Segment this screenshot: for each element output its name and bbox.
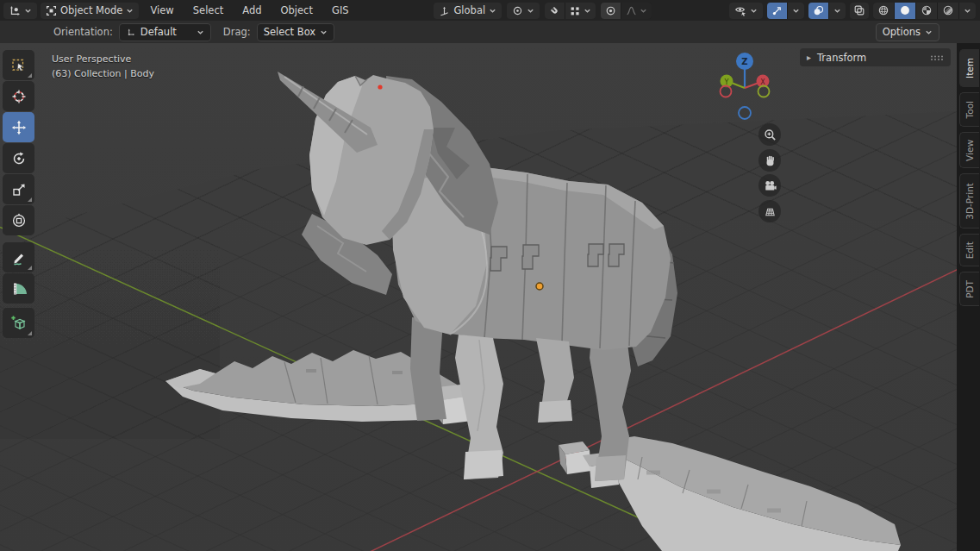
shading-settings-dropdown[interactable] — [959, 3, 976, 19]
move-icon — [11, 120, 27, 135]
tool-annotate[interactable] — [3, 242, 34, 272]
shading-wireframe-button[interactable] — [873, 3, 894, 19]
perspective-grid-icon — [764, 205, 777, 218]
tab-tool[interactable]: Tool — [959, 92, 979, 127]
overlays-icon — [813, 5, 824, 16]
menu-select[interactable]: Select — [185, 0, 231, 21]
gizmo-minus-y-axis[interactable] — [758, 86, 770, 97]
drag-grip-icon[interactable] — [930, 54, 944, 61]
pivot-point-icon — [512, 5, 523, 16]
chevron-down-icon — [792, 7, 800, 15]
falloff-curve-icon — [626, 5, 637, 16]
orientation-axes-icon — [439, 5, 450, 16]
orientation-dropdown[interactable]: Default — [119, 23, 211, 41]
model-eye — [378, 85, 382, 89]
chevron-down-icon — [24, 7, 32, 15]
tab-pdt[interactable]: PDT — [959, 272, 979, 306]
xray-icon — [853, 4, 865, 16]
transform-orientation-dropdown[interactable]: Global — [434, 3, 502, 19]
tool-rotate[interactable] — [3, 143, 34, 173]
overlays-settings-dropdown[interactable] — [829, 3, 846, 19]
gizmo-y-label: Y — [724, 78, 729, 86]
mode-dropdown[interactable]: Object Mode — [41, 3, 139, 19]
ortho-toggle-button[interactable] — [758, 200, 781, 222]
drag-dropdown-value: Select Box — [264, 26, 316, 38]
snap-increment-icon — [570, 5, 581, 16]
shading-solid-button[interactable] — [895, 3, 915, 19]
expand-chevron-icon: ▸ — [807, 53, 811, 62]
drag-dropdown[interactable]: Select Box — [257, 23, 335, 41]
proportional-editing-toggle[interactable] — [601, 3, 621, 19]
cursor-orientation-icon — [126, 27, 136, 37]
rendered-sphere-icon — [942, 4, 954, 16]
show-overlays-toggle[interactable] — [808, 3, 828, 19]
tool-cursor[interactable] — [3, 81, 34, 111]
tool-transform[interactable] — [3, 205, 34, 235]
menu-add[interactable]: Add — [234, 0, 269, 21]
tool-measure[interactable] — [3, 273, 34, 304]
blender-window: Object Mode View Select Add Object GIS G… — [0, 0, 980, 551]
rotate-icon — [11, 151, 27, 166]
chevron-down-icon — [489, 7, 496, 15]
tab-view[interactable]: View — [959, 132, 979, 168]
tool-select-box[interactable] — [3, 50, 34, 80]
chevron-down-icon — [750, 7, 758, 15]
menu-gis[interactable]: GIS — [324, 0, 357, 21]
chevron-down-icon — [320, 28, 328, 36]
tool-add-cube[interactable] — [3, 308, 34, 338]
gizmo-minus-z-axis[interactable] — [739, 107, 751, 119]
3d-viewport[interactable]: Z Y X User Perspective (63) Collection |… — [0, 43, 980, 551]
menu-object[interactable]: Object — [273, 0, 321, 21]
drag-label: Drag: — [223, 26, 251, 38]
show-gizmo-toggle[interactable] — [767, 3, 787, 19]
add-cube-icon — [10, 315, 27, 331]
proportional-falloff-dropdown[interactable] — [621, 3, 652, 19]
menu-view[interactable]: View — [142, 0, 181, 21]
options-dropdown[interactable]: Options — [876, 23, 939, 41]
tool-scale[interactable] — [3, 174, 34, 204]
wireframe-sphere-icon — [877, 4, 889, 16]
chevron-down-icon — [833, 7, 841, 15]
viewport-header: Object Mode View Select Add Object GIS G… — [0, 0, 980, 21]
mode-label: Object Mode — [60, 4, 122, 16]
tool-move[interactable] — [3, 112, 34, 142]
object-origin-point — [536, 283, 543, 290]
orientation-value: Global — [453, 4, 485, 16]
select-box-icon — [11, 58, 27, 73]
navigation-gizmo[interactable]: Z Y X — [721, 53, 770, 119]
pan-button[interactable] — [758, 149, 781, 172]
solid-sphere-icon — [899, 4, 911, 16]
gizmo-arrow-icon — [771, 5, 783, 16]
snap-toggle-button[interactable] — [545, 3, 565, 19]
editor-type-button[interactable] — [3, 3, 37, 19]
tab-3d-print[interactable]: 3D-Print — [959, 173, 979, 229]
tab-edit[interactable]: Edit — [959, 234, 979, 266]
orientation-label: Orientation: — [53, 26, 113, 38]
shading-material-button[interactable] — [916, 3, 937, 19]
tab-item[interactable]: Item — [959, 49, 979, 87]
zoom-icon — [764, 128, 777, 141]
camera-view-button[interactable] — [758, 174, 781, 197]
material-sphere-icon — [921, 4, 933, 16]
xray-toggle[interactable] — [850, 3, 869, 19]
viewport-collection-text: (63) Collection | Body — [52, 68, 154, 79]
object-visibility-dropdown[interactable] — [729, 3, 763, 19]
camera-icon — [764, 179, 777, 192]
3d-scene[interactable]: Z Y X — [0, 43, 980, 551]
gizmo-settings-dropdown[interactable] — [788, 3, 804, 19]
transform-panel-header[interactable]: ▸ Transform — [800, 48, 951, 66]
gizmo-z-label: Z — [741, 57, 747, 66]
viewport-perspective-text: User Perspective — [52, 53, 131, 65]
gizmo-minus-x-axis[interactable] — [721, 86, 732, 97]
magnet-icon — [549, 5, 560, 16]
3d-viewport-editor-icon — [9, 4, 21, 16]
tool-settings-bar: Orientation: Default Drag: Select Box Op… — [0, 21, 980, 43]
annotate-pencil-icon — [11, 250, 27, 266]
pivot-point-dropdown[interactable] — [507, 3, 540, 19]
zoom-button[interactable] — [758, 123, 781, 146]
snap-settings-dropdown[interactable] — [565, 3, 596, 19]
hand-icon — [764, 154, 777, 167]
shading-rendered-button[interactable] — [938, 3, 958, 19]
eye-pointer-icon — [734, 4, 746, 16]
3d-cursor-icon — [11, 89, 27, 104]
